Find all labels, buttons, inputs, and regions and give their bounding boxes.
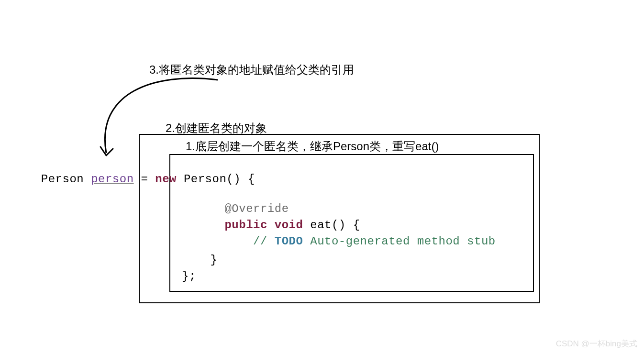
watermark: CSDN @一杯bing美式 xyxy=(556,338,637,349)
code-close-anon: }; xyxy=(182,270,196,283)
comment-todo: TODO xyxy=(275,235,303,248)
comment-rest: Auto-generated method stub xyxy=(303,235,495,248)
code-close-method: } xyxy=(182,254,218,266)
code-comment: // TODO Auto-generated method stub xyxy=(182,222,496,248)
comment-slashes: // xyxy=(196,235,275,248)
keyword-new: new xyxy=(155,173,177,186)
code-declaration: Person person = new Person() { xyxy=(27,160,255,186)
type-person: Person xyxy=(41,173,91,186)
ctor-call: Person() { xyxy=(177,173,255,186)
assign-op: = xyxy=(134,173,155,186)
var-person: person xyxy=(91,173,133,186)
